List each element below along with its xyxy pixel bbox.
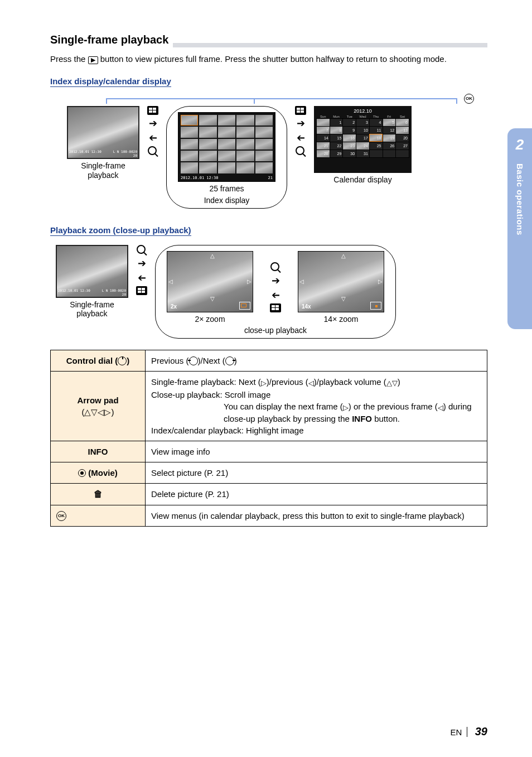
- zoom-2x-block: △ ▽ ◁ ▷ 2x 2× zoom: [167, 251, 253, 324]
- row-header-movie: (Movie): [51, 462, 146, 483]
- grid-thumb-block: 2012.10.01 12:3021 25 frames: [178, 112, 275, 194]
- index-grid-icon: [136, 286, 147, 295]
- arrow-right-icon: ➔: [272, 274, 280, 287]
- page-footer: EN 39: [451, 725, 487, 738]
- table-row: (Movie) Select picture (P. 21): [51, 462, 487, 483]
- footer-lang: EN: [451, 727, 462, 737]
- control-dial-icon: [118, 356, 127, 365]
- intro-paragraph: Press the button to view pictures full f…: [50, 53, 487, 65]
- arrow-right-icon: ➔: [149, 117, 157, 129]
- single-frame-thumb-2: 2012.10.01 12:30 L N 100-0020 20: [56, 245, 128, 298]
- single-frame-caption-2: Single-frame playback: [70, 300, 114, 319]
- calendar-thumb: 2012.10 SunMonTueWedThuFriSat 123456 789…: [314, 106, 412, 173]
- section-title: Single-frame playback: [50, 33, 173, 47]
- record-icon: [78, 469, 86, 477]
- row-header-ok: OK: [51, 505, 146, 527]
- single-frame-caption: Single-frame playback: [81, 161, 125, 180]
- arrow-left-icon: ➔: [138, 272, 146, 284]
- index-grid-icon: [270, 303, 281, 312]
- magnify-icon: [296, 146, 306, 156]
- table-row: OK View menus (in calendar playback, pre…: [51, 505, 487, 527]
- row-cell: View menus (in calendar playback, press …: [146, 505, 487, 527]
- zoom-14x-caption: 14× zoom: [324, 315, 359, 324]
- index-subheading: Index display/calendar display: [50, 76, 171, 87]
- dial-prev-icon: [189, 356, 198, 365]
- playback-button-icon: [88, 56, 98, 64]
- grid-25-thumb: 2012.10.01 12:3021: [178, 112, 275, 182]
- row-cell: Delete picture (P. 21): [146, 483, 487, 505]
- row-header-control-dial: Control dial (): [51, 350, 146, 372]
- index-grid-icon: [147, 106, 158, 115]
- table-row: Arrow pad (△▽◁▷) Single-frame playback: …: [51, 372, 487, 441]
- index-bubble-caption: Index display: [167, 196, 287, 205]
- section-heading: Single-frame playback: [50, 33, 487, 47]
- table-row: Control dial () Previous ()/Next (): [51, 350, 487, 372]
- arrow-left-icon: ➔: [297, 132, 305, 144]
- arrow-left-icon: ➔: [272, 289, 280, 301]
- table-row: INFO View image info: [51, 441, 487, 462]
- transition-icons-2: ➔ ➔: [295, 106, 306, 156]
- arrow-left-icon: ➔: [149, 132, 157, 144]
- zoom-14x-thumb: △ ▽ ◁ ▷ 14x: [298, 251, 384, 312]
- dial-next-icon: [225, 356, 234, 365]
- zoom-subheading: Playback zoom (close-up playback): [50, 225, 191, 236]
- magnify-icon: [148, 146, 158, 156]
- row-header-info: INFO: [51, 441, 146, 462]
- closeup-bubble-caption: close-up playback: [156, 326, 395, 335]
- grid-25-caption: 25 frames: [209, 184, 244, 194]
- single-frame-thumb-block: 2012.10.01 12:30 L N 100-0020 20 Single-…: [67, 106, 139, 180]
- magnify-icon: [270, 262, 280, 272]
- transition-icons-1: ➔ ➔: [147, 106, 158, 156]
- index-diagram-row: 2012.10.01 12:30 L N 100-0020 20 Single-…: [67, 106, 487, 209]
- row-cell: View image info: [146, 441, 487, 462]
- magnify-icon: [137, 245, 147, 255]
- closeup-bubble: △ ▽ ◁ ▷ 2x 2× zoom ➔ ➔ △ ▽ ◁: [155, 245, 396, 339]
- transition-icons-4: ➔ ➔: [270, 262, 281, 312]
- controls-table: Control dial () Previous ()/Next () Arro…: [50, 350, 487, 527]
- zoom-2x-caption: 2× zoom: [195, 315, 225, 324]
- single-frame-thumb-block-2: 2012.10.01 12:30 L N 100-0020 20 Single-…: [56, 245, 128, 319]
- zoom-diagram-row: 2012.10.01 12:30 L N 100-0020 20 Single-…: [56, 245, 487, 339]
- table-row: Delete picture (P. 21): [51, 483, 487, 505]
- arrow-right-icon: ➔: [138, 257, 146, 269]
- row-header-arrow-pad: Arrow pad (△▽◁▷): [51, 372, 146, 441]
- index-grid-icon: [295, 106, 306, 115]
- transition-icons-3: ➔ ➔: [136, 245, 147, 295]
- calendar-caption: Calendar display: [333, 175, 391, 185]
- row-cell: Previous ()/Next (): [146, 350, 487, 372]
- single-frame-thumb: 2012.10.01 12:30 L N 100-0020 20: [67, 106, 139, 159]
- trash-icon: [94, 489, 103, 499]
- row-header-trash: [51, 483, 146, 505]
- row-cell: Select picture (P. 21): [146, 462, 487, 483]
- index-display-bubble: 2012.10.01 12:3021 25 frames Index displ…: [166, 106, 287, 209]
- ok-button-icon: OK: [56, 511, 66, 521]
- diagram-connector-line: OK: [100, 94, 487, 103]
- row-cell: Single-frame playback: Next (▷)/previous…: [146, 372, 487, 441]
- ok-button-icon: OK: [464, 94, 474, 104]
- zoom-14x-block: △ ▽ ◁ ▷ 14x 14× zoom: [298, 251, 384, 324]
- calendar-thumb-block: 2012.10 SunMonTueWedThuFriSat 123456 789…: [314, 106, 412, 185]
- calendar-grid: SunMonTueWedThuFriSat 123456 78910111213…: [316, 115, 409, 158]
- arrow-right-icon: ➔: [297, 117, 305, 129]
- footer-page-number: 39: [475, 725, 487, 737]
- zoom-2x-thumb: △ ▽ ◁ ▷ 2x: [167, 251, 253, 312]
